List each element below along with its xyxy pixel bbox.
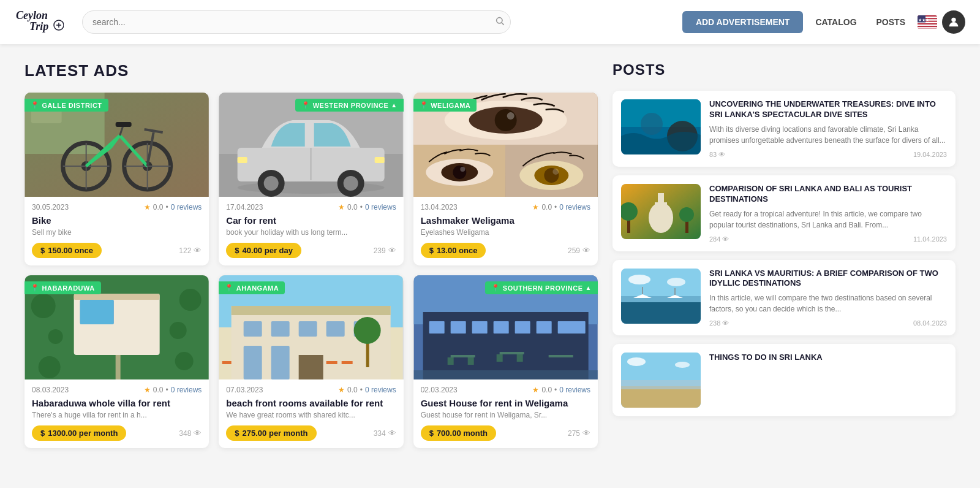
- post-date: 11.04.2023: [913, 235, 947, 243]
- price-badge: $ 13.00 once: [421, 243, 486, 258]
- ads-section: LATEST ADS 📍GALLE DISTRICT: [24, 61, 598, 448]
- dollar-icon: $: [429, 246, 434, 255]
- ad-footer: $ 150.00 once 122 👁: [32, 243, 202, 258]
- views-count: 83: [709, 151, 717, 158]
- ad-meta: 30.05.2023 ★ 0.0 • 0 reviews: [32, 203, 202, 212]
- svg-rect-124: [621, 296, 701, 302]
- svg-point-51: [494, 109, 516, 131]
- location-pin-icon: 📍: [301, 101, 311, 109]
- post-excerpt: In this article, we will compare the two…: [709, 292, 947, 315]
- post-date: 08.04.2023: [913, 319, 947, 327]
- svg-rect-81: [299, 321, 317, 337]
- svg-rect-104: [548, 355, 573, 357]
- svg-rect-73: [74, 294, 160, 300]
- ad-date: 02.03.2023: [421, 386, 458, 394]
- rating-value: 0.0: [347, 203, 358, 212]
- views-number: 122: [179, 246, 191, 255]
- svg-point-5: [497, 18, 502, 23]
- ad-card-guesthouse[interactable]: 📍SOUTHERN PROVINCE▲: [413, 275, 598, 448]
- star-icon: ★: [144, 203, 151, 212]
- svg-text:Trip: Trip: [29, 20, 48, 32]
- svg-rect-11: [918, 25, 937, 26]
- language-flag[interactable]: ★★★: [918, 15, 937, 29]
- price-badge: $ 150.00 once: [32, 243, 102, 258]
- reviews-link[interactable]: 0 reviews: [559, 386, 590, 394]
- reviews-link[interactable]: 0 reviews: [365, 203, 396, 212]
- dollar-icon: $: [40, 429, 45, 438]
- location-badge: 📍HABARADUWA: [24, 281, 101, 294]
- rating-value: 0.0: [541, 203, 552, 212]
- eye-icon: 👁: [388, 246, 396, 255]
- search-button[interactable]: [495, 16, 505, 28]
- price-badge: $ 1300.00 per month: [32, 425, 126, 441]
- ad-card-beach-rooms[interactable]: 📍AHANGAMA 07.: [219, 275, 403, 448]
- ad-description: Sell my bike: [32, 228, 202, 237]
- post-views: 238👁: [709, 319, 729, 327]
- reviews-link[interactable]: 0 reviews: [559, 203, 590, 212]
- posts-link[interactable]: POSTS: [869, 12, 913, 32]
- ad-footer: $ 40.00 per day 239 👁: [226, 243, 396, 258]
- user-avatar[interactable]: [942, 10, 965, 34]
- svg-point-70: [39, 356, 61, 378]
- views-number: 348: [179, 429, 191, 438]
- eye-icon: 👁: [722, 235, 729, 243]
- post-card-compare-bali[interactable]: COMPARISON OF SRI LANKA AND BALI AS TOUR…: [612, 175, 956, 251]
- svg-point-113: [641, 113, 663, 135]
- eye-icon: 👁: [718, 151, 725, 158]
- price-value: 13.00 once: [437, 246, 478, 255]
- eye-icon: 👁: [582, 246, 590, 255]
- logo[interactable]: Ceylon Trip: [15, 6, 70, 38]
- ad-body: 13.04.2023 ★ 0.0 • 0 reviews Lashmaker W…: [413, 197, 598, 265]
- eye-icon: 👁: [722, 319, 729, 327]
- ad-card-lashmaker[interactable]: 📍WELIGAMA: [413, 93, 598, 265]
- svg-rect-103: [499, 352, 524, 354]
- ad-footer: $ 700.00 month 275 👁: [421, 425, 590, 441]
- catalog-link[interactable]: CATALOG: [808, 12, 864, 32]
- svg-rect-88: [326, 361, 337, 364]
- svg-rect-12: [918, 27, 937, 28]
- post-meta: 83👁 19.04.2023: [709, 151, 947, 158]
- svg-rect-79: [244, 321, 262, 337]
- star-icon: ★: [338, 203, 345, 212]
- location-badge: 📍SOUTHERN PROVINCE▲: [485, 281, 598, 294]
- latest-ads-title: LATEST ADS: [24, 61, 598, 80]
- price-value: 1300.00 per month: [48, 429, 118, 438]
- main-layout: LATEST ADS 📍GALLE DISTRICT: [12, 44, 968, 465]
- post-title: COMPARISON OF SRI LANKA AND BALI AS TOUR…: [709, 184, 947, 205]
- ad-card-villa[interactable]: 📍HABARADUWA 08.03.2023: [24, 275, 209, 448]
- svg-rect-109: [413, 370, 597, 379]
- price-value: 150.00 once: [48, 246, 93, 255]
- post-thumbnail: [621, 184, 701, 239]
- reviews-link[interactable]: 0 reviews: [365, 386, 396, 394]
- rating-separator: •: [165, 386, 168, 394]
- svg-rect-131: [621, 380, 701, 389]
- ad-image: 📍GALLE DISTRICT: [24, 93, 209, 197]
- search-input[interactable]: [82, 10, 511, 34]
- post-card-dive[interactable]: UNCOVERING THE UNDERWATER TREASURES: DIV…: [612, 91, 956, 167]
- add-advertisement-button[interactable]: ADD ADVERTISEMENT: [682, 11, 804, 33]
- post-card-things-to-do[interactable]: THINGS TO DO IN SRI LANKA: [612, 344, 956, 416]
- svg-point-128: [667, 278, 685, 286]
- ad-date: 07.03.2023: [226, 386, 263, 394]
- ad-body: 02.03.2023 ★ 0.0 • 0 reviews Guest House…: [413, 379, 598, 448]
- ad-rating: ★ 0.0 • 0 reviews: [144, 386, 202, 394]
- post-thumbnail: [621, 353, 701, 408]
- ad-card-bike[interactable]: 📍GALLE DISTRICT: [24, 93, 209, 265]
- ad-description: book your holiday with us long term...: [226, 228, 396, 237]
- post-meta: 284👁 11.04.2023: [709, 235, 947, 243]
- reviews-link[interactable]: 0 reviews: [171, 386, 202, 394]
- ad-image: 📍WESTERN PROVINCE▲: [219, 93, 403, 197]
- post-card-mauritius[interactable]: SRI LANKA VS MAURITIUS: A BRIEF COMPARIS…: [612, 260, 956, 336]
- star-icon: ★: [532, 386, 539, 394]
- svg-rect-117: [658, 193, 664, 205]
- rating-separator: •: [360, 203, 363, 212]
- price-badge: $ 275.00 per month: [226, 425, 316, 441]
- svg-point-72: [170, 322, 187, 339]
- reviews-link[interactable]: 0 reviews: [171, 203, 202, 212]
- ad-card-car[interactable]: 📍WESTERN PROVINCE▲ 17.04.20: [219, 93, 403, 265]
- ad-rating: ★ 0.0 • 0 reviews: [532, 203, 590, 212]
- ad-meta: 02.03.2023 ★ 0.0 • 0 reviews: [421, 386, 590, 394]
- trending-arrow-icon: ▲: [391, 102, 397, 109]
- ad-footer: $ 13.00 once 259 👁: [421, 243, 590, 258]
- ad-body: 08.03.2023 ★ 0.0 • 0 reviews Habaraduwa …: [24, 379, 209, 448]
